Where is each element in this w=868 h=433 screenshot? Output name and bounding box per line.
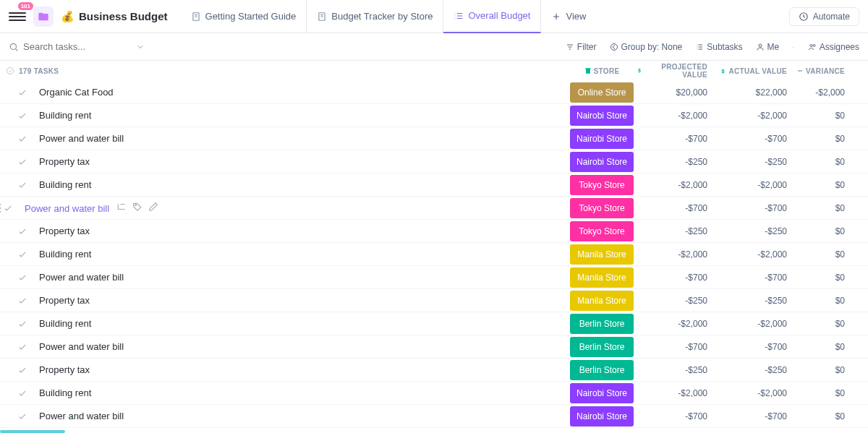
- store-pill[interactable]: Manila Store: [570, 291, 634, 311]
- drag-handle-icon[interactable]: [0, 203, 1, 213]
- tab-budget-tracker-by-store[interactable]: Budget Tracker by Store: [307, 0, 443, 33]
- store-pill[interactable]: Online Store: [570, 82, 634, 103]
- projected-value: -$250: [637, 226, 716, 236]
- task-row[interactable]: Building rentNairobi Store-$2,000-$2,000…: [0, 382, 868, 405]
- task-name[interactable]: Building rent: [39, 179, 567, 190]
- actual-value: -$250: [716, 157, 796, 167]
- store-pill[interactable]: Nairobi Store: [570, 383, 634, 403]
- task-row[interactable]: Property taxManila Store-$250-$250$0: [0, 289, 868, 312]
- check-icon[interactable]: [17, 342, 27, 352]
- task-row[interactable]: Property taxTokyo Store-$250-$250$0: [0, 220, 868, 243]
- task-row[interactable]: Building rentManila Store-$2,000-$2,000$…: [0, 243, 868, 266]
- check-icon[interactable]: [17, 411, 27, 421]
- me-button[interactable]: Me: [756, 42, 780, 52]
- chevron-down-icon[interactable]: [136, 43, 145, 51]
- subtasks-icon: [695, 43, 704, 51]
- store-pill[interactable]: Nairobi Store: [570, 106, 634, 126]
- search-input[interactable]: [23, 41, 110, 52]
- variance-value: $0: [796, 157, 851, 167]
- tab-view[interactable]: View: [541, 0, 596, 33]
- check-icon[interactable]: [17, 226, 27, 236]
- task-row[interactable]: Property taxBerlin Store-$250-$250$0: [0, 359, 868, 382]
- expand-icon[interactable]: [6, 67, 14, 75]
- store-pill[interactable]: Nairobi Store: [570, 129, 634, 149]
- task-row[interactable]: Power and water billBerlin Store-$700-$7…: [0, 335, 868, 359]
- store-pill[interactable]: Berlin Store: [570, 314, 634, 334]
- task-row[interactable]: Property taxNairobi Store-$250-$250$0: [0, 150, 868, 173]
- folder-icon[interactable]: [33, 7, 54, 27]
- store-pill[interactable]: Tokyo Store: [570, 198, 634, 218]
- actual-value: -$700: [716, 411, 796, 421]
- menu-button[interactable]: 101: [9, 8, 26, 25]
- groupby-label: Group by: None: [621, 42, 683, 52]
- variance-value: $0: [796, 296, 851, 306]
- tab-getting-started-guide[interactable]: Getting Started Guide: [181, 0, 307, 33]
- task-name[interactable]: Building rent: [39, 387, 567, 398]
- store-pill[interactable]: Berlin Store: [570, 360, 634, 380]
- projected-value: -$2,000: [637, 249, 716, 260]
- task-row[interactable]: Building rentNairobi Store-$2,000-$2,000…: [0, 104, 868, 127]
- task-name[interactable]: Power and water bill: [39, 341, 567, 352]
- task-row[interactable]: Building rentTokyo Store-$2,000-$2,000$0: [0, 173, 868, 197]
- task-name[interactable]: Building rent: [39, 318, 567, 329]
- col-variance[interactable]: VARIANCE: [796, 67, 851, 75]
- check-icon[interactable]: [17, 157, 27, 167]
- task-name[interactable]: Property tax: [39, 226, 567, 236]
- groupby-button[interactable]: Group by: None: [610, 42, 683, 52]
- store-pill[interactable]: Tokyo Store: [570, 175, 634, 195]
- tasks-count: 179 TASKS: [19, 67, 59, 75]
- task-name[interactable]: Organic Cat Food: [39, 87, 567, 98]
- check-icon[interactable]: [17, 273, 27, 283]
- task-name[interactable]: Building rent: [39, 249, 567, 260]
- col-actual[interactable]: $ ACTUAL VALUE: [716, 67, 796, 75]
- check-icon[interactable]: [17, 111, 27, 121]
- task-row[interactable]: Organic Cat FoodOnline Store$20,000$22,0…: [0, 81, 868, 104]
- task-name[interactable]: Property tax: [39, 156, 567, 167]
- task-row[interactable]: Building rentBerlin Store-$2,000-$2,000$…: [0, 312, 868, 335]
- task-list: Organic Cat FoodOnline Store$20,000$22,0…: [0, 81, 868, 428]
- task-name[interactable]: Power and water bill: [39, 272, 567, 283]
- subtask-icon[interactable]: [116, 202, 127, 212]
- search-box[interactable]: [9, 41, 145, 52]
- page-title[interactable]: 💰 Business Budget: [61, 10, 168, 23]
- subtasks-button[interactable]: Subtasks: [695, 42, 742, 52]
- automate-button[interactable]: Automate: [789, 7, 859, 26]
- svg-text:$: $: [638, 68, 641, 74]
- tag-icon[interactable]: [132, 202, 142, 212]
- check-icon[interactable]: [17, 365, 27, 375]
- check-icon[interactable]: [17, 87, 27, 98]
- task-name[interactable]: Power and water bill: [39, 133, 567, 144]
- store-pill[interactable]: Nairobi Store: [570, 406, 634, 426]
- store-pill[interactable]: Berlin Store: [570, 337, 634, 357]
- col-store[interactable]: STORE: [567, 67, 637, 75]
- task-row[interactable]: Power and water billTokyo Store-$700-$70…: [0, 197, 868, 220]
- task-row[interactable]: Power and water billManila Store-$700-$7…: [0, 266, 868, 289]
- task-name[interactable]: Power and water bill: [25, 202, 567, 214]
- store-pill[interactable]: Manila Store: [570, 267, 634, 288]
- check-icon[interactable]: [17, 134, 27, 144]
- store-pill[interactable]: Tokyo Store: [570, 221, 634, 241]
- store-pill[interactable]: Nairobi Store: [570, 152, 634, 172]
- check-icon[interactable]: [17, 180, 27, 190]
- check-icon[interactable]: [17, 249, 27, 260]
- col-projected[interactable]: $ PROJECTED VALUE: [637, 63, 716, 79]
- filter-button[interactable]: Filter: [566, 42, 597, 52]
- actual-value: -$2,000: [716, 180, 796, 190]
- edit-icon[interactable]: [148, 202, 158, 212]
- tab-label: Budget Tracker by Store: [331, 11, 433, 22]
- check-icon[interactable]: [3, 203, 13, 213]
- assignees-button[interactable]: Assignees: [808, 42, 859, 52]
- task-name[interactable]: Power and water bill: [39, 411, 567, 421]
- tab-overall-budget[interactable]: Overall Budget: [443, 0, 541, 33]
- store-pill[interactable]: Manila Store: [570, 244, 634, 265]
- svg-point-8: [7, 68, 14, 74]
- view-tabs: Getting Started GuideBudget Tracker by S…: [181, 0, 597, 33]
- task-row[interactable]: Power and water billNairobi Store-$700-$…: [0, 405, 868, 428]
- task-name[interactable]: Property tax: [39, 295, 567, 306]
- check-icon[interactable]: [17, 319, 27, 329]
- check-icon[interactable]: [17, 388, 27, 398]
- task-name[interactable]: Property tax: [39, 364, 567, 375]
- task-row[interactable]: Power and water billNairobi Store-$700-$…: [0, 127, 868, 150]
- check-icon[interactable]: [17, 296, 27, 306]
- task-name[interactable]: Building rent: [39, 110, 567, 121]
